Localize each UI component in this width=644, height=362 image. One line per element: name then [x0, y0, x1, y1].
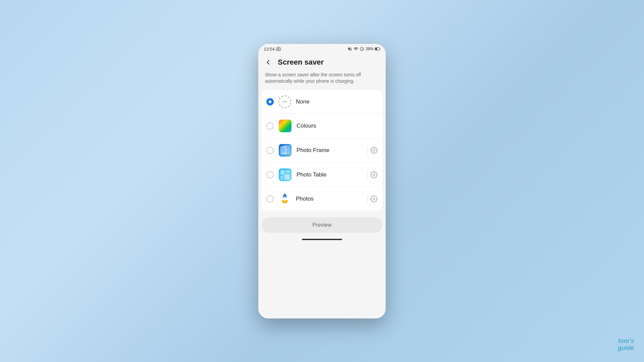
option-none-label: None [296, 98, 378, 105]
status-bar: 13:54 38% [258, 44, 386, 53]
colours-gradient-icon [279, 120, 292, 132]
divider [367, 146, 368, 154]
svg-point-21 [373, 198, 375, 200]
option-photo-frame-label: Photo Frame [297, 147, 363, 154]
svg-point-0 [277, 48, 279, 50]
svg-rect-11 [280, 170, 284, 174]
photo-table-gear-icon[interactable] [370, 171, 378, 178]
photo-frame-settings [367, 146, 378, 154]
options-list: None [262, 90, 382, 211]
watermark-line2: guide [618, 345, 634, 352]
svg-rect-14 [284, 174, 290, 179]
option-photo-table[interactable]: Photo Table [262, 163, 382, 187]
battery-level: 38% [366, 47, 374, 51]
photos-gear-icon[interactable] [370, 195, 378, 203]
photo-frame-gear-icon[interactable] [370, 147, 378, 154]
preview-button[interactable]: Preview [262, 217, 382, 233]
svg-rect-13 [280, 175, 283, 179]
radio-photo-frame[interactable] [266, 147, 274, 154]
photo-table-settings [367, 171, 378, 179]
divider [367, 171, 368, 179]
watermark-line1: tom's [618, 338, 634, 345]
radio-colours[interactable] [266, 122, 274, 130]
back-chevron-icon [267, 60, 271, 64]
page-title: Screen saver [278, 58, 324, 67]
screen-content: Screen saver Show a screen saver after t… [258, 53, 386, 318]
google-photos-icon [278, 193, 291, 205]
svg-rect-12 [285, 170, 290, 173]
radio-photos[interactable] [266, 195, 274, 203]
photo-table-icon [278, 168, 292, 182]
photo-frame-svg-icon [279, 144, 292, 157]
option-colours[interactable]: Colours [262, 114, 382, 138]
option-none[interactable]: None [262, 90, 382, 114]
time-display: 13:54 [264, 47, 275, 52]
option-photo-frame[interactable]: Photo Frame [262, 138, 382, 163]
option-photos[interactable]: Photos [262, 187, 382, 211]
photos-pinwheel-svg [279, 193, 291, 205]
photos-settings [367, 195, 378, 203]
svg-rect-8 [281, 147, 285, 153]
svg-point-15 [373, 174, 375, 176]
svg-point-9 [373, 149, 375, 151]
phone-frame: 13:54 38% [258, 44, 386, 318]
radio-photo-table[interactable] [266, 171, 274, 178]
divider [367, 195, 368, 203]
colours-icon [278, 119, 292, 133]
svg-rect-3 [375, 48, 377, 50]
status-right: 38% [347, 47, 380, 51]
back-button[interactable] [264, 57, 274, 68]
battery-icon [375, 47, 380, 51]
description-text: Show a screen saver after the screen tur… [258, 70, 386, 90]
photo-frame-icon [278, 144, 292, 157]
mute-icon [347, 47, 352, 51]
photo-table-svg-icon [279, 168, 292, 181]
svg-rect-2 [380, 48, 380, 50]
bottom-bar [258, 236, 386, 244]
home-indicator [302, 239, 342, 240]
option-photos-label: Photos [296, 196, 363, 202]
status-left: 13:54 [264, 47, 281, 52]
radio-none[interactable] [266, 98, 274, 105]
header: Screen saver [258, 53, 386, 70]
camera-icon [276, 47, 281, 51]
svg-rect-4 [279, 120, 292, 132]
watermark: tom's guide [618, 338, 634, 352]
option-photo-table-label: Photo Table [297, 171, 363, 178]
svg-point-20 [283, 197, 287, 201]
wifi-icon [353, 47, 358, 51]
none-dash [282, 101, 287, 102]
none-icon [278, 95, 291, 108]
option-colours-label: Colours [297, 123, 378, 129]
alarm-icon [360, 47, 364, 51]
